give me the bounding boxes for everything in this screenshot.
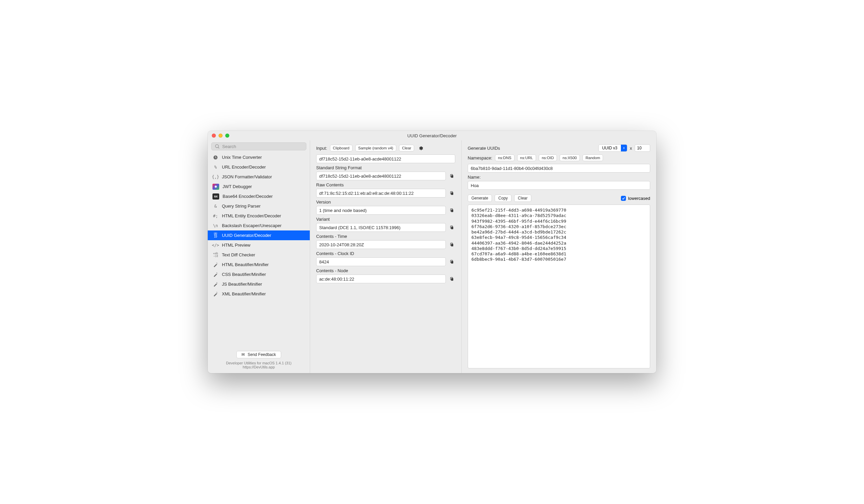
clear-output-button[interactable]: Clear [514,195,531,202]
sidebar-item-url-encoder[interactable]: % URL Encoder/Decoder [208,162,310,172]
sidebar-item-css-beautifier[interactable]: CSS Beautifier/Minifier [208,270,310,279]
svg-point-0 [216,145,218,148]
svg-point-5 [216,272,217,273]
decoder-field-value[interactable] [316,172,446,180]
sidebar-item-label: Unix Time Converter [222,155,262,160]
sidebar-item-jwt[interactable]: ✱ JWT Debugger [208,182,310,192]
ns-x500-button[interactable]: ns:X500 [560,155,580,161]
footer-version: Developer Utilities for macOS 1.4.1 (31) [212,361,306,365]
svg-rect-11 [451,175,453,178]
generate-button[interactable]: Generate [468,195,492,202]
svg-point-8 [217,283,217,283]
wand-icon [213,291,218,297]
decoder-field-value[interactable] [316,257,446,266]
sidebar-footer: ✉ Send Feedback Developer Utilities for … [208,347,310,373]
sidebar-item-label: JSON Formatter/Validator [222,174,272,179]
mail-icon: ✉ [241,352,245,357]
output-textarea[interactable]: 6c95ef21-215f-4dd3-a698-44919a369770 033… [468,205,650,368]
decoder-field-value[interactable] [316,240,446,249]
uuid-type-value: UUID v3 [599,146,621,150]
decoder-field-label: Contents - Node [316,268,455,273]
namespace-field[interactable] [468,164,650,173]
decoder-field-value[interactable] [316,274,446,283]
send-feedback-button[interactable]: ✉ Send Feedback [236,351,281,358]
svg-point-7 [216,282,217,283]
ns-url-button[interactable]: ns:URL [517,155,536,161]
clear-input-button[interactable]: Clear [399,145,414,151]
sidebar-item-json[interactable]: {,} JSON Formatter/Validator [208,172,310,182]
name-field[interactable] [468,181,650,190]
input-label: Input: [316,146,327,151]
sidebar-item-html-preview[interactable]: </> HTML Preview [208,240,310,250]
decoder-field-label: Contents - Clock ID [316,251,455,256]
copy-output-button[interactable]: Copy [495,195,512,202]
name-label: Name: [468,175,650,180]
sidebar-item-xml-beautifier[interactable]: XML Beautifier/Minifier [208,289,310,299]
footer-url: https://DevUtils.app [212,365,306,369]
svg-rect-15 [451,210,453,212]
angle-brackets-icon: </> [213,242,218,248]
sidebar-item-text-diff[interactable]: +ab-cd Text Diff Checker [208,250,310,260]
copy-icon[interactable] [448,224,455,231]
sidebar-item-js-beautifier[interactable]: JS Beautifier/Minifier [208,279,310,289]
clipboard-button[interactable]: Clipboard [330,145,352,151]
decoder-field-row [316,274,455,283]
sidebar-item-label: URL Encoder/Decoder [222,164,266,170]
input-field[interactable] [316,155,455,163]
zoom-window-button[interactable] [225,134,229,138]
svg-rect-13 [451,193,453,195]
sidebar-item-html-beautifier[interactable]: HTML Beautifier/Minifier [208,260,310,270]
search-field[interactable] [211,142,307,150]
sidebar-item-label: HTML Beautifier/Minifier [222,262,269,267]
lowercased-checkbox[interactable]: lowercased [621,196,650,201]
ns-dns-button[interactable]: ns:DNS [495,155,515,161]
sidebar-item-label: Backslash Escaper/Unescaper [222,223,281,228]
decoder-field-label: Raw Contents [316,182,455,187]
close-window-button[interactable] [212,134,216,138]
decoder-field-row [316,223,455,232]
sidebar-item-label: JS Beautifier/Minifier [222,282,262,287]
decoder-field-label: Contents - Time [316,234,455,239]
diff-icon: +ab-cd [213,252,218,258]
ns-random-button[interactable]: Random [583,155,603,161]
copy-icon[interactable] [448,172,455,180]
svg-point-9 [216,292,217,292]
namespace-label: Namespace: [468,156,492,160]
search-input[interactable] [222,144,303,149]
wand-icon [213,281,218,287]
sidebar-item-label: HTML Preview [222,243,251,248]
ns-oid-button[interactable]: ns:OID [539,155,557,161]
sidebar-item-query-string[interactable]: & Query String Parser [208,201,310,211]
sample-button[interactable]: Sample (random v4) [355,145,396,151]
copy-icon[interactable] [448,241,455,248]
svg-rect-19 [451,244,453,247]
titlebar: UUID Generator/Decoder [208,131,656,140]
sidebar-item-label: CSS Beautifier/Minifier [222,272,266,277]
sidebar-item-uuid[interactable]: UUID UUID Generator/Decoder [208,231,310,240]
count-field[interactable] [635,144,650,152]
sidebar-item-unix-time[interactable]: Unix Time Converter [208,152,310,162]
decoder-field-value[interactable] [316,223,446,232]
uuid-type-select[interactable]: UUID v3 [598,144,627,152]
sidebar-item-base64[interactable]: 64 Base64 Encoder/Decoder [208,192,310,201]
sidebar-item-label: Text Diff Checker [222,252,255,257]
decoder-field-value[interactable] [316,189,446,197]
percent-icon: % [213,164,218,170]
decoder-field-label: Version [316,199,455,205]
send-feedback-label: Send Feedback [248,352,276,357]
copy-icon[interactable] [448,189,455,197]
svg-point-10 [217,293,217,293]
decoder-field-row [316,189,455,197]
copy-icon[interactable] [448,258,455,266]
copy-icon[interactable] [448,207,455,214]
wand-icon [213,271,218,278]
settings-icon[interactable] [417,144,424,152]
clock-icon [213,155,218,160]
decoder-field-value[interactable] [316,206,446,215]
sidebar-item-backslash[interactable]: \n Backslash Escaper/Unescaper [208,221,310,231]
copy-icon[interactable] [448,275,455,283]
minimize-window-button[interactable] [218,134,223,138]
svg-rect-17 [451,227,453,230]
sidebar-item-html-entity[interactable]: #; HTML Entity Encoder/Decoder [208,211,310,221]
sidebar-item-label: UUID Generator/Decoder [222,233,272,238]
